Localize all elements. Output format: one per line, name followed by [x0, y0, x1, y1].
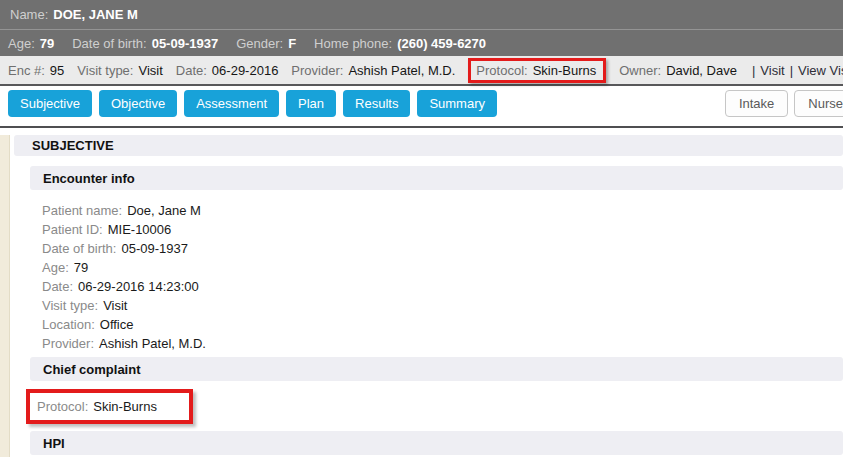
detail-row-visit-type: Visit type: Visit	[42, 296, 843, 315]
protocol-label: Protocol:	[476, 63, 527, 78]
visit-type-field: Visit type: Visit	[77, 63, 162, 78]
enc-number-field: Enc #: 95	[8, 63, 64, 78]
nurse-button[interactable]: Nurse	[794, 90, 843, 117]
view-visit-link[interactable]: View Visit	[798, 63, 843, 78]
chief-protocol-annotation-box: Protocol: Skin-Burns	[26, 389, 193, 424]
pipe-separator: |	[790, 63, 793, 78]
encounter-info-details: Patient name: Doe, Jane M Patient ID: MI…	[42, 201, 843, 353]
chief-protocol-value: Skin-Burns	[93, 399, 157, 414]
chief-protocol-label: Protocol:	[37, 399, 88, 414]
patient-name-label: Name:	[10, 7, 48, 22]
encounter-links: | Visit | View Visit |	[752, 63, 843, 78]
tab-bar: Subjective Objective Assessment Plan Res…	[0, 86, 843, 128]
visit-link[interactable]: Visit	[760, 63, 784, 78]
tab-results[interactable]: Results	[343, 90, 410, 117]
detail-row-patient-name: Patient name: Doe, Jane M	[42, 201, 843, 220]
encounter-bar: Enc #: 95 Visit type: Visit Date: 06-29-…	[0, 56, 843, 86]
pipe-separator: |	[752, 63, 755, 78]
role-buttons: Intake Nurse	[725, 90, 843, 117]
tab-subjective[interactable]: Subjective	[8, 90, 92, 117]
chief-complaint-header: Chief complaint	[30, 357, 843, 381]
detail-row-dob: Date of birth: 05-09-1937	[42, 239, 843, 258]
protocol-value: Skin-Burns	[533, 63, 597, 78]
hpi-section-header: HPI	[30, 431, 843, 455]
detail-row-age: Age: 79	[42, 258, 843, 277]
demographics-bar: Age: 79 Date of birth: 05-09-1937 Gender…	[0, 29, 843, 56]
tab-summary[interactable]: Summary	[417, 90, 497, 117]
tab-plan[interactable]: Plan	[286, 90, 336, 117]
age-field: Age: 79	[8, 36, 54, 51]
detail-row-location: Location: Office	[42, 315, 843, 334]
protocol-annotation-box: Protocol: Skin-Burns	[468, 58, 606, 83]
enc-date-field: Date: 06-29-2016	[176, 63, 279, 78]
patient-name-value: DOE, JANE M	[53, 7, 138, 22]
note-content: SUBJECTIVE Encounter info Patient name: …	[0, 135, 843, 457]
provider-field: Provider: Ashish Patel, M.D.	[291, 63, 455, 78]
intake-button[interactable]: Intake	[725, 90, 788, 117]
owner-field: Owner: David, Dave	[619, 63, 737, 78]
detail-row-date: Date: 06-29-2016 14:23:00	[42, 277, 843, 296]
gender-field: Gender: F	[236, 36, 296, 51]
left-margin-strip	[0, 135, 10, 457]
tab-assessment[interactable]: Assessment	[184, 90, 279, 117]
home-phone-field: Home phone: (260) 459-6270	[314, 36, 486, 51]
dob-field: Date of birth: 05-09-1937	[72, 36, 218, 51]
subjective-section-header: SUBJECTIVE	[14, 135, 843, 156]
detail-row-patient-id: Patient ID: MIE-10006	[42, 220, 843, 239]
detail-row-provider: Provider: Ashish Patel, M.D.	[42, 334, 843, 353]
tab-objective[interactable]: Objective	[99, 90, 177, 117]
encounter-info-header: Encounter info	[30, 166, 843, 190]
patient-name-bar: Name: DOE, JANE M	[0, 0, 843, 29]
note-section-tabs: Subjective Objective Assessment Plan Res…	[8, 90, 497, 117]
